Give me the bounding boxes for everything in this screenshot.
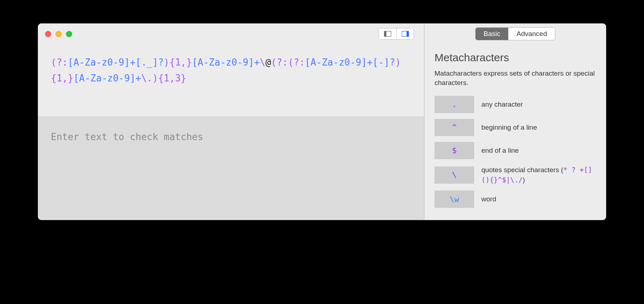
regex-token: {1,} xyxy=(51,73,74,84)
regex-token: {1,3} xyxy=(158,73,186,84)
reference-title: Metacharacters xyxy=(435,52,596,64)
panel-left-icon xyxy=(384,31,391,37)
regex-token: ?: xyxy=(277,57,288,68)
sidebar-left-button[interactable] xyxy=(379,28,396,39)
regex-token: {1,} xyxy=(169,57,192,68)
svg-rect-3 xyxy=(406,31,409,37)
panel-right-icon xyxy=(402,31,409,37)
regex-token: [._] xyxy=(136,57,158,68)
reference-label: any character xyxy=(481,100,523,109)
reference-item[interactable]: \wword xyxy=(435,191,596,208)
reference-item[interactable]: \quotes special characters (* ? +[](){}^… xyxy=(435,165,596,185)
reference-label: beginning of a line xyxy=(481,123,537,133)
regex-token: ) xyxy=(153,73,158,84)
reference-list: .any character^beginning of a line$end o… xyxy=(435,96,596,208)
regex-token: \. xyxy=(141,73,152,84)
regex-token: + xyxy=(130,57,136,68)
regex-token: + xyxy=(367,57,373,68)
reference-label: quotes special characters (* ? +[](){}^$… xyxy=(481,165,596,185)
regex-token: [A-Za-z0-9] xyxy=(74,73,136,84)
regex-token: ) xyxy=(164,57,169,68)
regex-token: ?: xyxy=(294,57,305,68)
reference-item[interactable]: .any character xyxy=(435,96,596,113)
reference-label: end of a line xyxy=(481,146,519,156)
minimize-icon[interactable] xyxy=(56,31,62,37)
regex-token: ? xyxy=(158,57,164,68)
regex-input[interactable]: (?:[A-Za-z0-9]+[._]?){1,}[A-Za-z0-9]+\@(… xyxy=(38,44,424,116)
regex-token: ?: xyxy=(57,57,68,68)
regex-token: [A-Za-z0-9] xyxy=(68,57,130,68)
regex-token: [-] xyxy=(372,57,389,68)
reference-symbol: . xyxy=(435,96,474,113)
reference-item[interactable]: ^beginning of a line xyxy=(435,119,596,136)
traffic-lights xyxy=(45,31,72,37)
reference-label: word xyxy=(481,195,496,204)
regex-token: ( xyxy=(51,57,57,68)
titlebar xyxy=(38,23,424,44)
reference-item[interactable]: $end of a line xyxy=(435,142,596,159)
reference-symbol: \w xyxy=(435,191,474,208)
reference-pane: Basic Advanced Metacharacters Matacharac… xyxy=(424,23,606,220)
reference-content: Metacharacters Matacharacters express se… xyxy=(424,44,606,220)
editor-pane: (?:[A-Za-z0-9]+[._]?){1,}[A-Za-z0-9]+\@(… xyxy=(38,23,424,220)
regex-token: ( xyxy=(271,57,277,68)
reference-tabs: Basic Advanced xyxy=(475,27,555,40)
maximize-icon[interactable] xyxy=(66,31,72,37)
app-window: (?:[A-Za-z0-9]+[._]?){1,}[A-Za-z0-9]+\@(… xyxy=(38,23,606,220)
regex-token: + xyxy=(254,57,260,68)
tab-advanced[interactable]: Advanced xyxy=(508,28,555,40)
sidebar-toggle-group xyxy=(379,28,414,40)
reference-symbol: $ xyxy=(435,142,474,159)
regex-token: [A-Za-z0-9] xyxy=(305,57,367,68)
regex-token: + xyxy=(136,73,141,84)
reference-symbol: ^ xyxy=(435,119,474,136)
regex-token: ? xyxy=(389,57,395,68)
reference-titlebar: Basic Advanced xyxy=(424,23,606,44)
regex-token: ( xyxy=(288,57,294,68)
reference-description: Matacharacters express sets of character… xyxy=(435,69,596,88)
sidebar-right-button[interactable] xyxy=(396,28,414,39)
svg-rect-1 xyxy=(384,31,387,37)
regex-token: \ xyxy=(260,57,265,68)
tab-basic[interactable]: Basic xyxy=(476,28,508,40)
match-input[interactable]: Enter text to check matches xyxy=(38,116,424,220)
regex-token: ) xyxy=(395,57,401,68)
reference-symbol: \ xyxy=(435,166,474,184)
regex-token: @ xyxy=(265,57,271,68)
close-icon[interactable] xyxy=(45,31,51,37)
regex-token: [A-Za-z0-9] xyxy=(192,57,254,68)
